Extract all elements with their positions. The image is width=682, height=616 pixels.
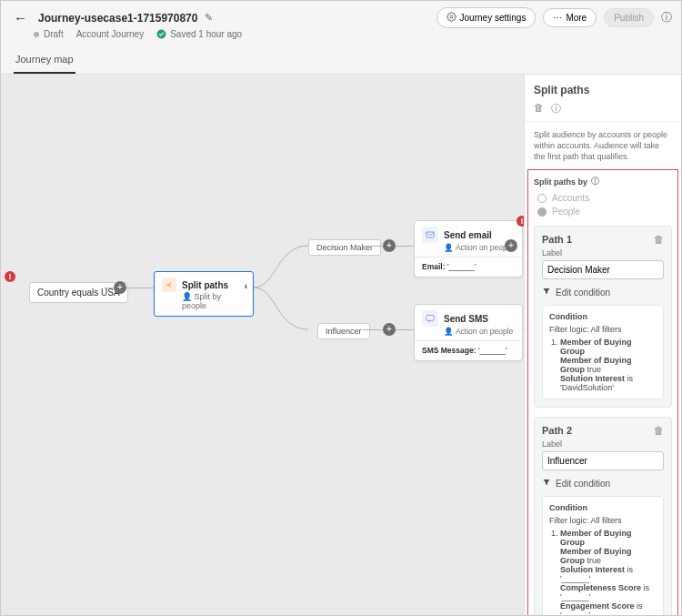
node-title: Send email — [444, 230, 492, 240]
saved-indicator: Saved 1 hour ago — [156, 29, 242, 39]
split-icon — [162, 278, 176, 292]
path-name: Path 2 — [542, 425, 572, 436]
panel-description: Split audience by accounts or people wit… — [525, 122, 681, 169]
path-label-influencer[interactable]: Influencer — [317, 323, 370, 339]
info-icon[interactable]: ⓘ — [591, 176, 599, 187]
node-field: Email: '______' — [422, 262, 515, 271]
more-icon: ⋯ — [553, 13, 562, 23]
path-card-2: Path 2 🗑 Label Edit condition Condition … — [534, 417, 672, 616]
path-name: Path 1 — [542, 234, 572, 245]
delete-icon[interactable]: 🗑 — [654, 234, 664, 245]
journey-settings-label: Journey settings — [460, 13, 527, 23]
filter-icon — [542, 287, 551, 298]
chevron-left-icon[interactable]: ‹ — [245, 281, 247, 291]
action-icon — [422, 227, 438, 243]
node-field: SMS Message: '______' — [422, 346, 515, 355]
add-node-icon[interactable]: + — [114, 281, 126, 294]
edit-condition-link[interactable]: Edit condition — [542, 478, 664, 489]
tab-journey-map[interactable]: Journey map — [14, 46, 75, 74]
svg-rect-2 — [426, 232, 434, 237]
more-label: More — [566, 13, 587, 23]
edit-condition-link[interactable]: Edit condition — [542, 287, 664, 298]
split-node-title: Split paths — [182, 280, 228, 290]
add-node-icon[interactable]: + — [505, 239, 517, 252]
delete-icon[interactable]: 🗑 — [534, 102, 544, 116]
path-label-input[interactable] — [542, 260, 664, 279]
edit-title-icon[interactable]: ✎ — [205, 12, 213, 24]
add-node-icon[interactable]: + — [383, 323, 396, 336]
panel-title: Split paths — [525, 75, 681, 102]
status-badge: Draft — [34, 29, 64, 39]
label-caption: Label — [542, 439, 664, 449]
svg-point-0 — [450, 15, 453, 18]
node-subtitle: 👤 Action on people — [444, 327, 515, 336]
split-node-subtitle: 👤 Split by people — [182, 292, 246, 310]
header: ← Journey-usecase1-1715970870 ✎ Journey … — [1, 1, 681, 75]
delete-icon[interactable]: 🗑 — [654, 425, 664, 436]
radio-people: People — [537, 207, 672, 217]
path-label-decision-maker[interactable]: Decision Maker — [308, 239, 381, 256]
radio-accounts: Accounts — [537, 193, 672, 203]
journey-settings-button[interactable]: Journey settings — [436, 7, 537, 28]
highlighted-config: Split paths by ⓘ Accounts People Path 1 … — [527, 169, 678, 616]
split-by-label: Split paths by ⓘ — [534, 176, 672, 187]
journey-type: Account Journey — [76, 29, 145, 39]
condition-box: Condition Filter logic: All filters Memb… — [542, 496, 664, 616]
path-card-1: Path 1 🗑 Label Edit condition Condition … — [534, 226, 672, 408]
svg-rect-3 — [426, 315, 434, 320]
split-paths-node[interactable]: Split paths 👤 Split by people ‹ — [154, 271, 254, 317]
send-sms-node[interactable]: Send SMS 👤 Action on people SMS Message:… — [414, 304, 523, 361]
more-button[interactable]: ⋯ More — [543, 8, 597, 27]
publish-button: Publish — [604, 8, 654, 27]
journey-canvas[interactable]: ! Country equals USA + Split paths 👤 Spl… — [1, 75, 681, 616]
action-icon — [422, 310, 438, 327]
info-icon[interactable]: ⓘ — [551, 102, 561, 116]
info-icon[interactable]: ⓘ — [661, 10, 672, 25]
node-title: Send SMS — [444, 314, 488, 324]
condition-box: Condition Filter logic: All filters Memb… — [542, 305, 664, 399]
journey-title: Journey-usecase1-1715970870 — [38, 12, 197, 25]
filter-icon — [542, 478, 551, 489]
error-badge-icon[interactable]: ! — [5, 271, 15, 282]
label-caption: Label — [542, 248, 664, 258]
side-panel: Split paths 🗑 ⓘ Split audience by accoun… — [524, 75, 681, 616]
path-label-input[interactable] — [542, 451, 664, 470]
gear-icon — [446, 12, 456, 24]
back-icon[interactable]: ← — [10, 6, 31, 29]
add-node-icon[interactable]: + — [383, 239, 396, 252]
